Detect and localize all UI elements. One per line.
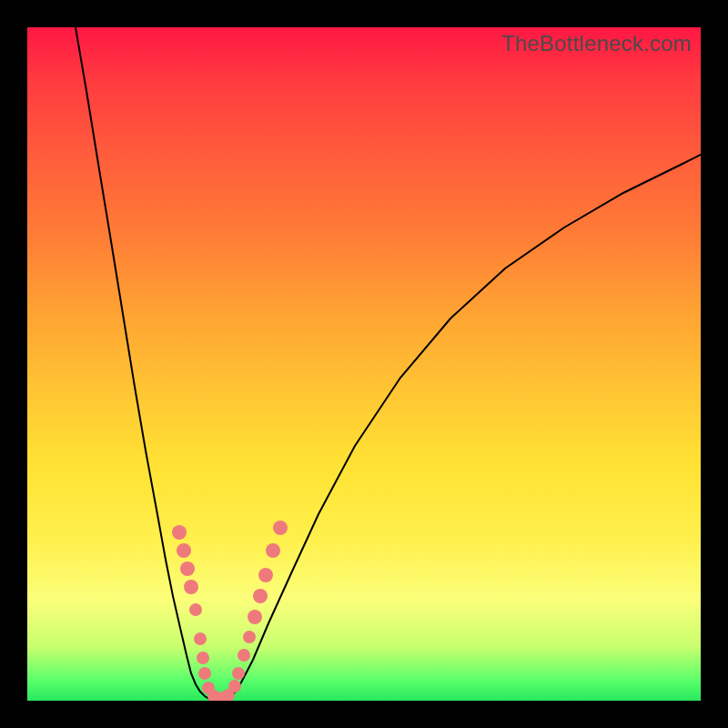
marker-dot bbox=[228, 680, 241, 693]
marker-dot bbox=[238, 649, 250, 662]
marker-dot bbox=[243, 631, 256, 643]
marker-dot bbox=[177, 543, 191, 558]
plot-area: TheBottleneck.com bbox=[27, 27, 701, 701]
marker-dot bbox=[197, 652, 209, 664]
chart-frame: TheBottleneck.com bbox=[0, 0, 728, 728]
marker-dot bbox=[273, 521, 288, 535]
curve-markers bbox=[172, 521, 288, 701]
marker-dot bbox=[198, 667, 211, 680]
marker-dot bbox=[184, 580, 198, 594]
marker-dot bbox=[232, 667, 245, 680]
bottleneck-curve-svg bbox=[27, 27, 701, 701]
marker-dot bbox=[266, 543, 280, 558]
bottleneck-curve bbox=[76, 27, 701, 700]
marker-dot bbox=[258, 568, 273, 582]
marker-dot bbox=[172, 525, 187, 540]
marker-dot bbox=[189, 603, 202, 616]
marker-dot bbox=[253, 589, 268, 603]
marker-dot bbox=[180, 561, 195, 576]
marker-dot bbox=[248, 610, 262, 624]
marker-dot bbox=[194, 632, 207, 645]
